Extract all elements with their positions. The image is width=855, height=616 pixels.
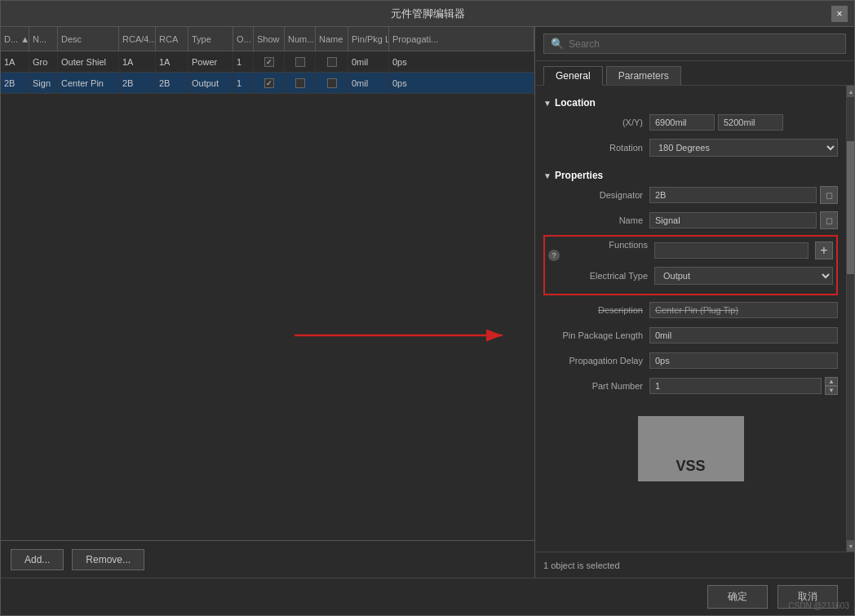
spinner-down[interactable]: ▼	[825, 386, 838, 395]
propagation-input[interactable]	[649, 352, 838, 369]
designator-icon-btn[interactable]: ◻	[820, 186, 838, 204]
search-input-wrap[interactable]: 🔍	[543, 33, 846, 54]
col-header-prop: Propagati...	[389, 27, 534, 51]
properties-panel: ▼ Location (X/Y)	[535, 86, 846, 552]
cell-desc-2: Center Pin	[58, 73, 119, 93]
right-panel: 🔍 General Parameters ▼ Location	[535, 27, 854, 578]
cell-num-1[interactable]	[285, 51, 316, 72]
cell-prop-1: 0ps	[389, 51, 534, 72]
right-panel-content: ▼ Location (X/Y)	[535, 86, 846, 552]
cell-name-2[interactable]	[316, 73, 348, 93]
close-button[interactable]: ×	[831, 6, 848, 22]
properties-section-header: ▼ Properties	[543, 165, 838, 184]
electrical-type-row: Electrical Type Input Output Bidirection…	[548, 265, 833, 286]
scroll-up-btn[interactable]: ▲	[847, 86, 854, 97]
cell-type-2: Output	[188, 73, 233, 93]
pin-package-row: Pin Package Length	[543, 325, 838, 346]
name-prop-label: Name	[543, 215, 649, 225]
designator-label: Designator	[543, 190, 649, 200]
xy-value	[649, 114, 838, 131]
col-header-rca: RCA	[156, 27, 188, 51]
name-input[interactable]	[649, 212, 817, 228]
add-button[interactable]: Add...	[11, 549, 64, 570]
remove-button[interactable]: Remove...	[72, 549, 144, 570]
confirm-button[interactable]: 确定	[707, 585, 768, 609]
name-row: Name ◻	[543, 210, 838, 231]
spinner-up[interactable]: ▲	[825, 377, 838, 386]
tab-parameters[interactable]: Parameters	[606, 66, 681, 85]
table-body[interactable]: 1A Gro Outer Shiel 1A 1A Power 1 ✓ 0mil …	[1, 51, 534, 540]
name-icon-btn[interactable]: ◻	[820, 211, 838, 229]
properties-title: Properties	[555, 170, 603, 181]
propagation-row: Propagation Delay	[543, 350, 838, 371]
description-label: Description	[543, 305, 649, 315]
cell-d-2: 2B	[1, 73, 29, 93]
table-row[interactable]: 2B Sign Center Pin 2B 2B Output 1 ✓ 0mil…	[1, 73, 534, 94]
scroll-thumb	[847, 141, 854, 274]
location-arrow: ▼	[543, 99, 552, 108]
search-bar: 🔍	[535, 27, 854, 61]
table-row[interactable]: 1A Gro Outer Shiel 1A 1A Power 1 ✓ 0mil …	[1, 51, 534, 73]
part-number-label: Part Number	[543, 381, 649, 391]
propagation-label: Propagation Delay	[543, 356, 649, 366]
cell-rca-1: 1A	[156, 51, 188, 72]
left-panel: D... ▲ N... Desc RCA/4... RCA Type O... …	[1, 27, 535, 578]
cell-n-1: Gro	[29, 51, 58, 72]
search-icon: 🔍	[551, 38, 564, 50]
right-scrollbar[interactable]: ▲ ▼	[846, 86, 854, 552]
col-header-desc: Desc	[58, 27, 119, 51]
functions-input[interactable]	[654, 242, 808, 259]
status-text: 1 object is selected	[543, 561, 620, 570]
part-number-value: ▲ ▼	[649, 377, 838, 395]
scroll-down-btn[interactable]: ▼	[847, 540, 854, 552]
cell-n-2: Sign	[29, 73, 58, 93]
col-header-show: Show	[254, 27, 285, 51]
properties-arrow: ▼	[543, 171, 552, 180]
col-header-n: N...	[29, 27, 58, 51]
col-header-pinpkg: Pin/Pkg L...	[348, 27, 389, 51]
x-input[interactable]	[649, 114, 715, 131]
designator-input[interactable]	[649, 187, 817, 203]
part-number-spinner: ▲ ▼	[825, 377, 838, 395]
preview-box: VSS	[638, 416, 744, 481]
cell-show-1[interactable]: ✓	[254, 51, 285, 72]
functions-row: Functions ? +	[548, 240, 833, 261]
tab-general[interactable]: General	[543, 66, 603, 86]
electrical-type-select[interactable]: Input Output Bidirectional Passive Power	[654, 267, 833, 285]
functions-help-icon[interactable]: ?	[548, 250, 560, 261]
name-prop-value: ◻	[649, 211, 838, 229]
status-bar: 1 object is selected	[535, 552, 854, 578]
cell-show-2[interactable]: ✓	[254, 73, 285, 93]
part-number-input[interactable]	[649, 378, 822, 394]
col-header-num: Num...	[285, 27, 316, 51]
description-input[interactable]	[649, 302, 838, 318]
rotation-select[interactable]: 180 Degrees 0 Degrees 90 Degrees 180 Deg…	[649, 139, 838, 157]
propagation-value	[649, 352, 838, 369]
designator-value: ◻	[649, 186, 838, 204]
functions-label: Functions ?	[548, 240, 654, 261]
search-input[interactable]	[569, 38, 839, 50]
col-header-d: D... ▲	[1, 27, 29, 51]
functions-value: +	[654, 242, 833, 259]
cell-num-2[interactable]	[285, 73, 316, 93]
cell-name-1[interactable]	[316, 51, 348, 72]
cell-type-1: Power	[188, 51, 233, 72]
highlight-box: Functions ? +	[543, 235, 838, 295]
scroll-track[interactable]	[847, 97, 854, 540]
description-value	[649, 302, 838, 318]
electrical-type-label: Electrical Type	[548, 271, 654, 281]
functions-add-btn[interactable]: +	[815, 242, 833, 259]
cell-pinpkg-2: 0mil	[348, 73, 389, 93]
col-header-rca4: RCA/4...	[119, 27, 156, 51]
pin-package-label: Pin Package Length	[543, 330, 649, 340]
preview-label: VSS	[676, 458, 705, 475]
pin-package-input[interactable]	[649, 327, 838, 343]
pin-package-value	[649, 327, 838, 343]
designator-row: Designator ◻	[543, 184, 838, 206]
cell-rca-2: 2B	[156, 73, 188, 93]
rotation-row: Rotation 180 Degrees 0 Degrees 90 Degree…	[543, 137, 838, 158]
y-input[interactable]	[718, 114, 783, 131]
electrical-type-value: Input Output Bidirectional Passive Power	[654, 267, 833, 285]
col-header-name: Name	[316, 27, 348, 51]
col-header-type: Type	[188, 27, 233, 51]
